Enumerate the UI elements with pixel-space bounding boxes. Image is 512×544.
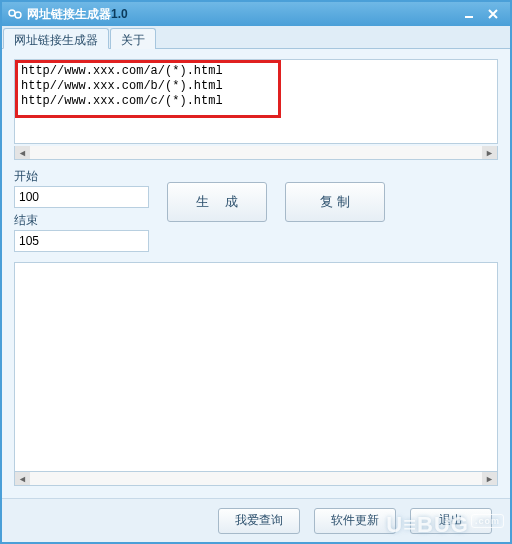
minimize-button[interactable] xyxy=(458,6,480,22)
svg-point-0 xyxy=(9,10,15,16)
controls-row: 开始 结束 生 成 复制 xyxy=(14,168,498,252)
output-panel xyxy=(14,262,498,472)
window-title: 网址链接生成器1.0 xyxy=(27,6,456,23)
tab-about[interactable]: 关于 xyxy=(110,28,156,49)
svg-point-1 xyxy=(15,12,21,18)
start-input[interactable] xyxy=(14,186,149,208)
tab-label: 关于 xyxy=(121,33,145,47)
tab-page-generator: ◄ ► 开始 结束 生 成 复制 ◄ xyxy=(2,49,510,498)
scroll-right-icon[interactable]: ► xyxy=(482,472,497,485)
scroll-right-icon[interactable]: ► xyxy=(482,146,497,159)
query-button[interactable]: 我爱查询 xyxy=(218,508,300,534)
app-icon xyxy=(8,7,22,21)
scroll-left-icon[interactable]: ◄ xyxy=(15,472,30,485)
svg-rect-2 xyxy=(465,16,473,18)
range-column: 开始 结束 xyxy=(14,168,149,252)
close-button[interactable] xyxy=(482,6,504,22)
exit-button[interactable]: 退出 xyxy=(410,508,492,534)
window-title-version: 1.0 xyxy=(111,7,128,21)
tabstrip: 网址链接生成器 关于 xyxy=(2,26,510,49)
footer-bar: 我爱查询 软件更新 退出 xyxy=(2,498,510,542)
start-label: 开始 xyxy=(14,168,149,185)
templates-textarea[interactable] xyxy=(15,60,497,143)
scroll-left-icon[interactable]: ◄ xyxy=(15,146,30,159)
app-window: 网址链接生成器1.0 网址链接生成器 关于 ◄ ► xyxy=(0,0,512,544)
client-area: 网址链接生成器 关于 ◄ ► 开始 结束 xyxy=(2,26,510,542)
window-title-name: 网址链接生成器 xyxy=(27,7,111,21)
end-label: 结束 xyxy=(14,212,149,229)
copy-button[interactable]: 复制 xyxy=(285,182,385,222)
scroll-track[interactable] xyxy=(30,146,482,159)
update-button[interactable]: 软件更新 xyxy=(314,508,396,534)
end-input[interactable] xyxy=(14,230,149,252)
output-hscrollbar[interactable]: ◄ ► xyxy=(14,472,498,486)
tab-generator[interactable]: 网址链接生成器 xyxy=(3,28,109,49)
output-textarea[interactable] xyxy=(15,263,497,471)
templates-panel xyxy=(14,59,498,144)
scroll-track[interactable] xyxy=(30,472,482,485)
titlebar[interactable]: 网址链接生成器1.0 xyxy=(2,2,510,26)
generate-button[interactable]: 生 成 xyxy=(167,182,267,222)
tab-label: 网址链接生成器 xyxy=(14,33,98,47)
templates-hscrollbar[interactable]: ◄ ► xyxy=(14,146,498,160)
